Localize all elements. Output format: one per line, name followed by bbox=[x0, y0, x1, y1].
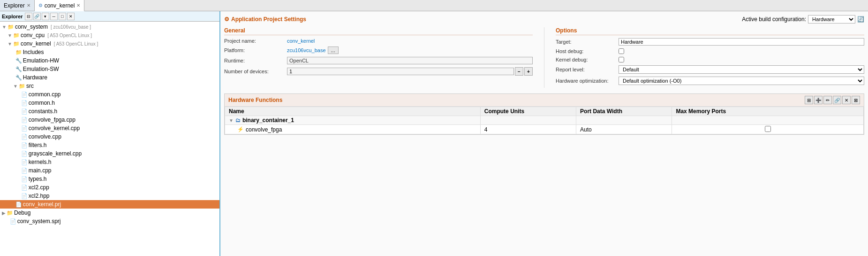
tree-item-conv-kernel-prj[interactable]: 📄 conv_kernel.prj bbox=[0, 200, 219, 209]
tree-item-grayscale-kernel-cpp[interactable]: 📄 grayscale_kernel.cpp bbox=[0, 149, 219, 158]
close-panel-btn[interactable]: ✕ bbox=[67, 13, 75, 20]
tree-item-types-h[interactable]: 📄 types.h bbox=[0, 175, 219, 183]
conv-kernel-tab[interactable]: ⚙ ⚙ conv_kernel ✕ bbox=[35, 0, 85, 11]
kernel-max-memory-ports-cell[interactable] bbox=[672, 125, 864, 134]
platform-browse-btn[interactable]: ... bbox=[328, 47, 339, 54]
options-section: Options Target: Host debug: Kernel debug… bbox=[556, 27, 864, 88]
tree-badge: [ A53 OpenCL Linux ] bbox=[54, 41, 98, 47]
conv-kernel-tab-icon: ⚙ bbox=[38, 3, 43, 8]
tree-item-common-cpp[interactable]: 📄 common.cpp bbox=[0, 90, 219, 99]
tree-item-constants-h[interactable]: 📄 constants.h bbox=[0, 107, 219, 116]
tree-item-hardware[interactable]: 🔧 Hardware bbox=[0, 73, 219, 82]
col-compute-units: Compute Units bbox=[480, 107, 576, 116]
conv-kernel-tab-close[interactable]: ✕ bbox=[76, 3, 80, 8]
kernel-port-data-width-cell[interactable]: Auto bbox=[576, 125, 672, 134]
link-btn[interactable]: 🔗 bbox=[833, 96, 841, 104]
tree-item-common-h[interactable]: 📄 common.h bbox=[0, 99, 219, 107]
tree-label: kernels.h bbox=[29, 159, 52, 165]
main-layout: Explorer ⊟ 🔗 ▾ ─ □ ✕ ▼ 📁 conv_system [ z… bbox=[0, 11, 868, 256]
num-devices-increment-btn[interactable]: + bbox=[524, 67, 533, 76]
container-max-memory-ports-cell bbox=[672, 116, 864, 125]
maximize-btn[interactable]: □ bbox=[59, 13, 66, 20]
delete-btn[interactable]: ✕ bbox=[842, 96, 851, 104]
refresh-config-btn[interactable]: 🔄 bbox=[857, 16, 864, 23]
expand-icon bbox=[19, 109, 20, 114]
target-input[interactable] bbox=[619, 38, 864, 46]
tree-item-emulation-sw[interactable]: 🔧 Emulation-SW bbox=[0, 65, 219, 73]
expand-icon bbox=[19, 168, 20, 173]
tree-item-emulation-hw[interactable]: 🔧 Emulation-HW bbox=[0, 56, 219, 65]
tree-item-conv-kernel[interactable]: ▼ 📁 conv_kernel [ A53 OpenCL Linux ] bbox=[0, 39, 219, 48]
tree-item-includes[interactable]: 📁 Includes bbox=[0, 48, 219, 56]
collapse-all-btn[interactable]: ⊟ bbox=[25, 13, 32, 20]
add-hw-function-btn[interactable]: ⊞ bbox=[805, 96, 813, 104]
platform-label: Platform: bbox=[224, 47, 285, 53]
num-devices-input[interactable] bbox=[287, 68, 514, 75]
settings-title-icon: ⚙ bbox=[224, 16, 229, 23]
folder-icon: 📁 bbox=[8, 24, 14, 30]
table-row-convolve-fpga[interactable]: ⚡ convolve_fpga 4 Auto bbox=[225, 125, 864, 134]
kernel-debug-label: Kernel debug: bbox=[556, 57, 617, 62]
menu-arrow-btn[interactable]: ▾ bbox=[42, 13, 49, 20]
right-panel: ⚙ Application Project Settings Active bu… bbox=[220, 11, 868, 256]
section-divider bbox=[544, 27, 544, 88]
report-level-select[interactable]: Default Estimate System Detailed bbox=[619, 65, 864, 74]
expand-icon bbox=[19, 160, 20, 165]
tree-item-conv-cpu[interactable]: ▼ 📁 conv_cpu [ A53 OpenCL Linux ] bbox=[0, 31, 219, 39]
expand-icon bbox=[13, 75, 15, 80]
runtime-input[interactable] bbox=[287, 57, 533, 64]
tree-item-conv-system[interactable]: ▼ 📁 conv_system [ zcu106vcu_base ] bbox=[0, 23, 219, 31]
kernel-compute-units-cell[interactable]: 4 bbox=[480, 125, 576, 134]
build-config-select[interactable]: Hardware Emulation-HW Emulation-SW bbox=[808, 15, 855, 23]
file-icon: 📄 bbox=[21, 185, 28, 191]
tree-item-src[interactable]: ▼ 📁 src bbox=[0, 82, 219, 90]
add-container-btn[interactable]: ➕ bbox=[814, 96, 823, 104]
tree-item-conv-system-sprj[interactable]: 📄 conv_system.sprj bbox=[0, 217, 219, 225]
hw-optimization-select[interactable]: Default optimization (-O0) Optimize for … bbox=[619, 77, 864, 85]
expand-icon bbox=[8, 219, 9, 224]
max-memory-ports-checkbox[interactable] bbox=[765, 126, 771, 132]
explorer-tab[interactable]: Explorer ✕ bbox=[0, 0, 35, 11]
edit-hw-function-btn[interactable]: ✏ bbox=[823, 96, 832, 104]
expand-icon bbox=[19, 134, 20, 140]
tree-item-xcl2-hpp[interactable]: 📄 xcl2.hpp bbox=[0, 192, 219, 200]
platform-value[interactable]: zcu106vcu_base bbox=[287, 47, 326, 53]
table-row-binary-container[interactable]: ▼ 🗂 binary_container_1 bbox=[225, 116, 864, 125]
runtime-row: Runtime: bbox=[224, 57, 533, 64]
kernel-name-label: convolve_fpga bbox=[246, 126, 282, 133]
minimize-btn[interactable]: ─ bbox=[50, 13, 58, 20]
target-label: Target: bbox=[556, 39, 617, 45]
tree-item-kernels-h[interactable]: 📄 kernels.h bbox=[0, 158, 219, 166]
tree-item-convolve-kernel-cpp[interactable]: 📄 convolve_kernel.cpp bbox=[0, 124, 219, 132]
explorer-tab-close[interactable]: ✕ bbox=[27, 3, 30, 8]
project-name-row: Project name: conv_kernel bbox=[224, 38, 533, 44]
tree-item-debug[interactable]: ▶ 📁 Debug bbox=[0, 209, 219, 217]
file-icon: 📄 bbox=[21, 92, 28, 98]
num-devices-decrement-btn[interactable]: − bbox=[515, 67, 523, 76]
host-debug-checkbox[interactable] bbox=[619, 48, 624, 54]
clear-all-btn[interactable]: ⊠ bbox=[852, 96, 860, 104]
col-name: Name bbox=[225, 107, 481, 116]
hw-table-header: Name Compute Units Port Data Width Max M… bbox=[225, 107, 864, 116]
project-name-value[interactable]: conv_kernel bbox=[287, 38, 315, 44]
expand-icon bbox=[19, 143, 20, 148]
tree-item-convolve-cpp[interactable]: 📄 convolve.cpp bbox=[0, 132, 219, 141]
tree-item-filters-h[interactable]: 📄 filters.h bbox=[0, 141, 219, 149]
num-devices-input-group: − + bbox=[287, 67, 533, 76]
tree-label: conv_system.sprj bbox=[17, 218, 61, 225]
platform-row: Platform: zcu106vcu_base ... bbox=[224, 47, 533, 54]
build-config-area: Active build configuration: Hardware Emu… bbox=[742, 15, 864, 23]
tree-label: Debug bbox=[14, 209, 30, 216]
kernel-debug-checkbox[interactable] bbox=[619, 57, 624, 62]
tree-label: Hardware bbox=[23, 74, 47, 81]
container-name-label: binary_container_1 bbox=[242, 117, 294, 124]
tree-item-xcl2-cpp[interactable]: 📄 xcl2.cpp bbox=[0, 183, 219, 192]
file-tree: ▼ 📁 conv_system [ zcu106vcu_base ] ▼ 📁 c… bbox=[0, 22, 219, 256]
tree-item-convolve-fpga-cpp[interactable]: 📄 convolve_fpga.cpp bbox=[0, 116, 219, 124]
tree-label: conv_kernel.prj bbox=[23, 201, 61, 208]
link-files-btn[interactable]: 🔗 bbox=[33, 13, 41, 20]
tree-item-main-cpp[interactable]: 📄 main.cpp bbox=[0, 166, 219, 175]
tree-label: Emulation-SW bbox=[23, 66, 59, 72]
hw-functions-toolbar: ⊞ ➕ ✏ 🔗 ✕ ⊠ bbox=[805, 96, 860, 104]
file-icon: 📄 bbox=[21, 125, 28, 132]
